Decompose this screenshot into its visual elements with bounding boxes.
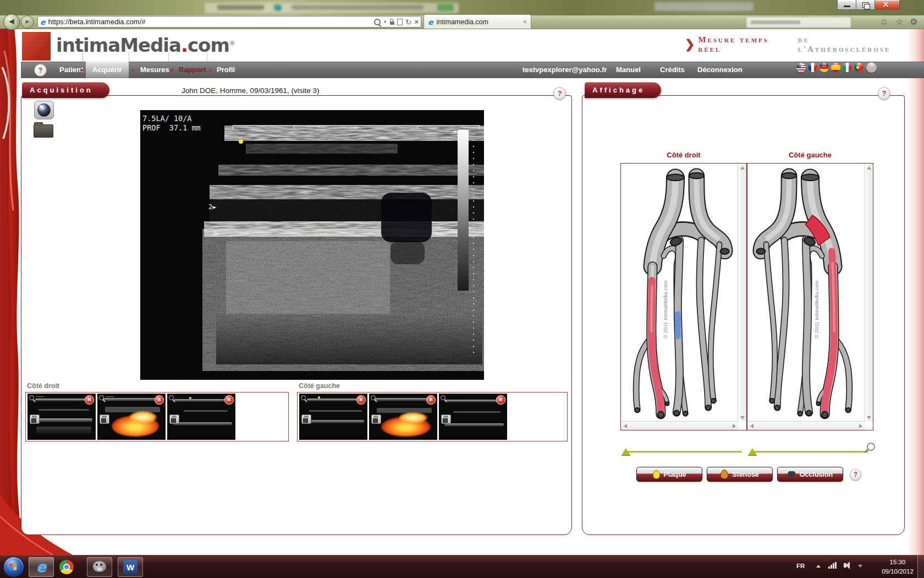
action-center-icon[interactable] (858, 565, 862, 568)
internet-explorer-icon[interactable]: e (32, 559, 51, 575)
windows-taskbar: e W FR (0, 555, 924, 578)
browser-back-button[interactable]: ◄ (3, 14, 20, 30)
flag-portugal-icon[interactable] (854, 62, 864, 73)
thumbnail[interactable]: ✕ (167, 394, 235, 440)
diagram-vertical-scrollbar[interactable] (864, 163, 873, 422)
artery-diagram-left[interactable]: © 2011 IntimaMedia.com (747, 163, 873, 430)
scroll-down-button[interactable] (738, 413, 746, 422)
start-button[interactable] (3, 557, 24, 577)
delete-thumbnail-button[interactable]: ✕ (85, 395, 94, 405)
scroll-right-button[interactable] (856, 422, 865, 430)
chrome-icon[interactable] (59, 560, 74, 574)
diagram-horizontal-scrollbar[interactable] (621, 421, 738, 430)
show-desktop-button[interactable] (917, 555, 924, 578)
scroll-left-button[interactable] (621, 422, 629, 430)
acquisition-help-button[interactable]: ? (553, 87, 566, 100)
tab-close-icon[interactable]: × (523, 18, 527, 26)
window-close-button[interactable] (875, 0, 900, 10)
slider-track[interactable] (627, 451, 742, 452)
delete-thumbnail-button[interactable]: ✕ (496, 395, 505, 405)
diagram-vertical-scrollbar[interactable] (738, 163, 746, 422)
delete-thumbnail-button[interactable]: ✕ (155, 395, 164, 405)
legend-occlusion-button[interactable]: Occlusion (777, 467, 843, 482)
compatibility-view-icon[interactable] (397, 19, 403, 25)
slider-handle[interactable] (622, 448, 630, 455)
scroll-down-button[interactable] (865, 413, 873, 422)
ultrasound-image[interactable]: 7.5LA/ 10/A PROF 37.1 mm 2► 3► (140, 110, 484, 380)
delete-thumbnail-button[interactable]: ✕ (426, 395, 436, 405)
delete-thumbnail-button[interactable]: ✕ (224, 395, 234, 405)
us-band (105, 407, 160, 412)
delete-thumbnail-button[interactable]: ✕ (356, 395, 366, 405)
affichage-help-button[interactable]: ? (878, 87, 890, 100)
diagram-zoom-slider-right[interactable] (622, 448, 742, 456)
flag-usa-icon[interactable] (796, 62, 806, 73)
nav-item-acquerir[interactable]: Acquérir (92, 62, 122, 78)
browser-tab[interactable]: e intimamedia.com × (424, 14, 531, 29)
flag-germany-icon[interactable] (819, 62, 829, 73)
stop-icon[interactable]: × (414, 18, 419, 25)
save-thumbnail-button[interactable] (301, 415, 311, 424)
nav-item-rapport[interactable]: Rapport (179, 62, 206, 78)
camera-acquire-icon[interactable] (34, 101, 54, 119)
account-email: testvpexplorer@yahoo.fr (522, 62, 607, 78)
measure-marker-dot (239, 139, 243, 144)
scroll-left-button[interactable] (747, 422, 756, 430)
thumbnail[interactable]: ✕ (439, 394, 507, 440)
thumbnail[interactable]: ✕ (299, 394, 367, 440)
save-thumbnail-button[interactable] (169, 415, 179, 424)
favorites-star-icon[interactable]: ☆ (895, 17, 903, 27)
save-thumbnail-button[interactable] (371, 415, 381, 424)
scroll-up-button[interactable] (738, 163, 746, 172)
ie-favicon: e (40, 18, 46, 26)
flag-france-icon[interactable] (807, 62, 818, 73)
settings-gear-icon[interactable]: ⚙ (910, 17, 917, 27)
diagram-horizontal-scrollbar[interactable] (747, 421, 865, 430)
thumbnail[interactable]: ✕ (369, 394, 437, 440)
address-bar[interactable]: e https://beta.intimamedia.com/# ▼ ↻ × (37, 16, 421, 28)
nav-link-deconnexion[interactable]: Déconnexion (697, 62, 743, 78)
thumbnails-left-box: ✕ ✕ ✕ (297, 392, 568, 441)
nav-item-profil[interactable]: Profil (217, 62, 235, 78)
window-restore-button[interactable] (856, 0, 876, 10)
save-thumbnail-button[interactable] (441, 415, 451, 424)
network-icon[interactable] (828, 562, 837, 569)
browser-forward-button[interactable]: ► (21, 15, 34, 29)
thumbnail[interactable]: ✕ (97, 394, 166, 440)
thumbnail[interactable]: ✕ (28, 394, 96, 440)
volume-icon[interactable] (844, 563, 846, 568)
nav-item-mesures[interactable]: Mesures (140, 62, 169, 78)
legend-stenose-button[interactable]: Sténose (707, 467, 773, 482)
chevron-down-icon[interactable]: ▼ (383, 20, 387, 24)
save-thumbnail-button[interactable] (100, 415, 109, 424)
taskbar-clock[interactable]: 15:30 09/10/2012 (875, 558, 921, 576)
gimp-icon[interactable] (93, 561, 106, 572)
artery-diagram-right[interactable]: © 2011 IntimaMedia.com (620, 163, 747, 430)
search-icon[interactable] (374, 19, 381, 25)
language-indicator[interactable]: FR (796, 563, 805, 569)
flag-spain-icon[interactable] (831, 62, 841, 73)
legend-plaque-button[interactable]: Plaque (636, 467, 702, 482)
nav-link-credits[interactable]: Crédits (660, 62, 685, 78)
folder-open-icon[interactable] (34, 124, 53, 138)
scroll-up-button[interactable] (865, 163, 873, 172)
us-band (103, 398, 162, 401)
nav-link-manuel[interactable]: Manuel (616, 62, 641, 78)
zoom-magnifier-icon[interactable] (867, 443, 875, 451)
scroll-right-button[interactable] (730, 422, 738, 430)
slider-handle[interactable] (748, 448, 757, 455)
window-minimize-button[interactable] (837, 0, 857, 10)
flag-italy-icon[interactable] (842, 62, 853, 73)
url-text[interactable]: https://beta.intimamedia.com/# (48, 18, 371, 26)
tagline-chevron-icon: ❯ (685, 37, 695, 52)
nav-help-button[interactable]: ? (34, 64, 47, 77)
legend-help-button[interactable]: ? (850, 469, 861, 481)
home-icon[interactable]: ⌂ (881, 17, 887, 26)
refresh-icon[interactable]: ↻ (405, 18, 412, 26)
save-thumbnail-button[interactable] (30, 415, 40, 424)
nav-item-patient[interactable]: Patient (59, 62, 83, 78)
slider-track[interactable] (754, 451, 868, 452)
diagram-zoom-slider-left[interactable] (748, 448, 868, 456)
word-icon[interactable]: W (123, 560, 138, 574)
tray-expand-icon[interactable] (816, 565, 821, 568)
